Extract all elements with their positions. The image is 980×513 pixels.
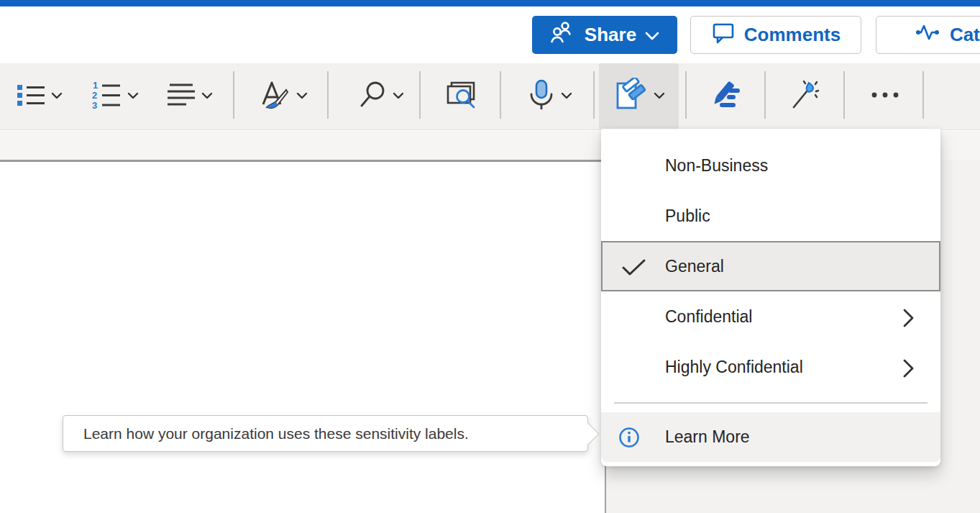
menu-item-label: Non-Business xyxy=(665,156,768,176)
dictate-microphone-icon xyxy=(526,78,557,114)
document-page[interactable] xyxy=(0,162,606,513)
learn-more-label: Learn More xyxy=(665,427,750,447)
bullet-list-icon xyxy=(15,80,47,113)
catch-up-button[interactable]: Catch xyxy=(876,16,980,54)
chevron-down-icon xyxy=(201,90,213,103)
toolbar-divider xyxy=(843,71,845,119)
toolbar-divider xyxy=(327,71,329,119)
menu-item-label: Confidential xyxy=(665,307,752,327)
bullet-list-button[interactable] xyxy=(4,71,73,122)
chevron-down-icon xyxy=(296,90,308,103)
menu-item-non-business[interactable]: Non-Business xyxy=(601,140,940,191)
numbered-list-button[interactable]: 123 xyxy=(79,71,150,122)
toolbar-divider xyxy=(764,71,766,119)
menu-item-learn-more[interactable]: Learn More xyxy=(601,412,940,462)
chevron-right-icon xyxy=(903,359,915,381)
svg-text:1: 1 xyxy=(93,80,98,91)
toolbar-divider xyxy=(233,71,234,119)
magic-wand-button[interactable] xyxy=(780,71,832,122)
format-brush-icon xyxy=(257,78,292,114)
app-accent-strip xyxy=(0,0,980,6)
chevron-down-icon xyxy=(393,90,404,103)
chevron-right-icon xyxy=(903,309,915,330)
magic-wand-icon xyxy=(789,78,823,114)
menu-divider xyxy=(614,402,928,404)
comments-button-label: Comments xyxy=(744,24,841,46)
chevron-down-icon xyxy=(127,90,139,103)
sensitivity-menu-list: Non-Business Public General Confidential… xyxy=(601,140,940,462)
sensitivity-tooltip: Learn how your organization uses these s… xyxy=(63,415,588,452)
alignment-button[interactable] xyxy=(155,71,223,122)
editor-button[interactable] xyxy=(701,71,753,122)
format-brush-button[interactable] xyxy=(246,71,319,122)
sensitivity-label-icon xyxy=(613,78,649,115)
page-zoom-icon xyxy=(444,79,477,114)
info-icon xyxy=(618,427,640,451)
share-button-label: Share xyxy=(585,24,636,46)
search-icon xyxy=(358,80,388,113)
toolbar-divider xyxy=(685,71,687,119)
share-button[interactable]: Share xyxy=(532,16,677,54)
chevron-down-icon xyxy=(561,90,572,103)
search-button[interactable] xyxy=(349,71,413,122)
menu-item-label: Public xyxy=(665,206,710,226)
catch-up-button-label: Catch xyxy=(950,24,980,46)
tooltip-text: Learn how your organization uses these s… xyxy=(83,425,469,442)
chevron-down-icon xyxy=(654,90,665,103)
dictate-button[interactable] xyxy=(514,71,585,122)
svg-text:3: 3 xyxy=(92,100,97,111)
sensitivity-button[interactable] xyxy=(599,63,679,130)
menu-item-public[interactable]: Public xyxy=(601,191,940,241)
numbered-list-icon: 123 xyxy=(90,79,123,114)
menu-item-label: General xyxy=(665,257,724,276)
toolbar-divider xyxy=(500,71,501,119)
menu-item-highly-confidential[interactable]: Highly Confidential xyxy=(601,342,940,392)
comment-bubble-icon xyxy=(711,20,736,50)
menu-item-general[interactable]: General xyxy=(601,241,940,291)
chevron-down-icon xyxy=(645,24,659,46)
toolbar-divider xyxy=(593,71,595,119)
pulse-activity-icon xyxy=(915,22,941,48)
toolbar-divider xyxy=(922,71,924,119)
page-zoom-button[interactable] xyxy=(434,71,487,122)
menu-item-label: Highly Confidential xyxy=(665,358,803,377)
sensitivity-dropdown-menu: Non-Business Public General Confidential… xyxy=(601,129,940,466)
checkmark-icon xyxy=(621,258,647,280)
editor-pen-icon xyxy=(710,78,744,114)
more-options-button[interactable] xyxy=(859,71,911,122)
menu-item-confidential[interactable]: Confidential xyxy=(601,291,940,342)
comments-button[interactable]: Comments xyxy=(690,16,861,54)
svg-text:2: 2 xyxy=(92,90,97,101)
toolbar-divider xyxy=(419,71,421,119)
share-people-icon xyxy=(550,21,576,49)
alignment-icon xyxy=(165,80,197,113)
more-options-ellipsis-icon xyxy=(869,90,901,103)
chevron-down-icon xyxy=(51,90,63,103)
toolbar-buttons-layer: 123 xyxy=(0,63,980,130)
